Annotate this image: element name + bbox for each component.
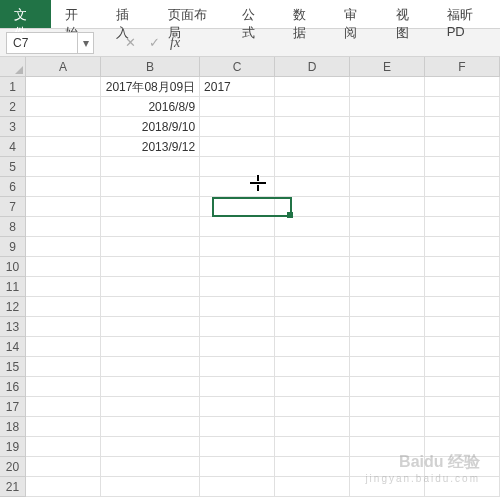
name-box-dropdown[interactable]: ▾ xyxy=(78,32,94,54)
cell-A9[interactable] xyxy=(26,237,101,257)
cell-D4[interactable] xyxy=(275,137,350,157)
cell-E14[interactable] xyxy=(350,337,425,357)
cell-C12[interactable] xyxy=(200,297,275,317)
tab-insert[interactable]: 插入 xyxy=(102,0,153,28)
cell-C1[interactable]: 2017 xyxy=(200,77,275,97)
cell-A3[interactable] xyxy=(26,117,101,137)
cell-A13[interactable] xyxy=(26,317,101,337)
cell-C11[interactable] xyxy=(200,277,275,297)
cell-A20[interactable] xyxy=(26,457,101,477)
cell-F13[interactable] xyxy=(425,317,500,337)
cell-B17[interactable] xyxy=(101,397,200,417)
row-header-2[interactable]: 2 xyxy=(0,97,25,117)
cell-E1[interactable] xyxy=(350,77,425,97)
cell-E11[interactable] xyxy=(350,277,425,297)
cell-A1[interactable] xyxy=(26,77,101,97)
cell-C6[interactable] xyxy=(200,177,275,197)
cell-E20[interactable] xyxy=(350,457,425,477)
row-header-4[interactable]: 4 xyxy=(0,137,25,157)
cell-D2[interactable] xyxy=(275,97,350,117)
cell-E10[interactable] xyxy=(350,257,425,277)
cell-C7[interactable] xyxy=(200,197,275,217)
cell-B21[interactable] xyxy=(101,477,200,497)
name-box[interactable]: C7 xyxy=(6,32,78,54)
cell-F9[interactable] xyxy=(425,237,500,257)
cell-A6[interactable] xyxy=(26,177,101,197)
row-header-13[interactable]: 13 xyxy=(0,317,25,337)
cell-C5[interactable] xyxy=(200,157,275,177)
cell-F16[interactable] xyxy=(425,377,500,397)
cell-D9[interactable] xyxy=(275,237,350,257)
row-header-11[interactable]: 11 xyxy=(0,277,25,297)
cell-C9[interactable] xyxy=(200,237,275,257)
cell-E3[interactable] xyxy=(350,117,425,137)
cell-F18[interactable] xyxy=(425,417,500,437)
cell-D7[interactable] xyxy=(275,197,350,217)
cell-C19[interactable] xyxy=(200,437,275,457)
cell-E5[interactable] xyxy=(350,157,425,177)
row-header-19[interactable]: 19 xyxy=(0,437,25,457)
cell-B11[interactable] xyxy=(101,277,200,297)
cell-E7[interactable] xyxy=(350,197,425,217)
cell-C4[interactable] xyxy=(200,137,275,157)
cell-A18[interactable] xyxy=(26,417,101,437)
cell-A7[interactable] xyxy=(26,197,101,217)
cell-A17[interactable] xyxy=(26,397,101,417)
col-header-B[interactable]: B xyxy=(101,57,200,76)
cell-F4[interactable] xyxy=(425,137,500,157)
row-header-20[interactable]: 20 xyxy=(0,457,25,477)
cell-F15[interactable] xyxy=(425,357,500,377)
cell-E8[interactable] xyxy=(350,217,425,237)
cell-D18[interactable] xyxy=(275,417,350,437)
col-header-E[interactable]: E xyxy=(350,57,425,76)
cell-C21[interactable] xyxy=(200,477,275,497)
cell-E16[interactable] xyxy=(350,377,425,397)
cell-D8[interactable] xyxy=(275,217,350,237)
cell-D13[interactable] xyxy=(275,317,350,337)
formula-bar[interactable] xyxy=(180,32,500,54)
tab-view[interactable]: 视图 xyxy=(382,0,433,28)
cell-E17[interactable] xyxy=(350,397,425,417)
cell-B1[interactable]: 2017年08月09日 xyxy=(101,77,200,97)
cell-F14[interactable] xyxy=(425,337,500,357)
cell-A19[interactable] xyxy=(26,437,101,457)
cell-B3[interactable]: 2018/9/10 xyxy=(101,117,200,137)
cell-A2[interactable] xyxy=(26,97,101,117)
cell-C8[interactable] xyxy=(200,217,275,237)
tab-review[interactable]: 审阅 xyxy=(330,0,381,28)
tab-data[interactable]: 数据 xyxy=(279,0,330,28)
row-header-17[interactable]: 17 xyxy=(0,397,25,417)
cell-C18[interactable] xyxy=(200,417,275,437)
row-header-9[interactable]: 9 xyxy=(0,237,25,257)
cell-F7[interactable] xyxy=(425,197,500,217)
row-header-8[interactable]: 8 xyxy=(0,217,25,237)
cell-D19[interactable] xyxy=(275,437,350,457)
cell-F10[interactable] xyxy=(425,257,500,277)
cell-C17[interactable] xyxy=(200,397,275,417)
cell-F21[interactable] xyxy=(425,477,500,497)
tab-file[interactable]: 文件 xyxy=(0,0,51,28)
cell-B12[interactable] xyxy=(101,297,200,317)
tab-foxit[interactable]: 福昕PD xyxy=(433,0,500,28)
cell-F12[interactable] xyxy=(425,297,500,317)
cell-B5[interactable] xyxy=(101,157,200,177)
col-header-D[interactable]: D xyxy=(275,57,350,76)
col-header-A[interactable]: A xyxy=(26,57,101,76)
cell-D11[interactable] xyxy=(275,277,350,297)
cell-F5[interactable] xyxy=(425,157,500,177)
cell-D14[interactable] xyxy=(275,337,350,357)
cell-F19[interactable] xyxy=(425,437,500,457)
cell-C2[interactable] xyxy=(200,97,275,117)
cell-B7[interactable] xyxy=(101,197,200,217)
cell-E15[interactable] xyxy=(350,357,425,377)
tab-formulas[interactable]: 公式 xyxy=(228,0,279,28)
tab-pagelayout[interactable]: 页面布局 xyxy=(154,0,228,28)
cell-B2[interactable]: 2016/8/9 xyxy=(101,97,200,117)
row-header-18[interactable]: 18 xyxy=(0,417,25,437)
cell-F17[interactable] xyxy=(425,397,500,417)
cell-B18[interactable] xyxy=(101,417,200,437)
cell-C20[interactable] xyxy=(200,457,275,477)
cell-F11[interactable] xyxy=(425,277,500,297)
cell-E12[interactable] xyxy=(350,297,425,317)
cell-D1[interactable] xyxy=(275,77,350,97)
